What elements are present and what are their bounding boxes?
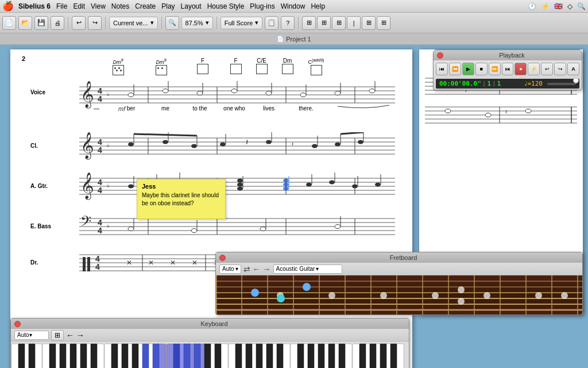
- toolbar-undo-btn[interactable]: ↩: [72, 16, 86, 30]
- lyric-4: to the: [183, 105, 217, 112]
- flag-icon: 🇬🇧: [554, 2, 563, 10]
- svg-rect-237: [29, 344, 35, 368]
- plugins-menu[interactable]: Plug-ins: [250, 2, 274, 10]
- apple-menu[interactable]: 🍎: [2, 1, 14, 12]
- svg-point-189: [432, 292, 439, 299]
- keyboard-close-btn[interactable]: [14, 321, 21, 327]
- score-dropdown[interactable]: Full Score ▾: [220, 17, 263, 29]
- svg-point-43: [191, 144, 197, 148]
- playback-fwd-btn[interactable]: ↪: [554, 63, 566, 75]
- toolbar-extra-3[interactable]: ⊞: [332, 16, 346, 30]
- svg-text:4: 4: [95, 262, 100, 271]
- svg-point-9: [128, 93, 134, 97]
- file-menu[interactable]: File: [56, 2, 67, 10]
- playback-a-btn[interactable]: A: [567, 63, 579, 75]
- playback-time: 00:00'00.0": [439, 80, 481, 87]
- search-icon[interactable]: 🔍: [577, 2, 586, 10]
- toolbar-redo-btn[interactable]: ↪: [88, 16, 102, 30]
- playback-tempo-slider[interactable]: [547, 83, 576, 85]
- fretboard-position-dropdown[interactable]: Auto ▾: [219, 264, 241, 274]
- tempo-slider-thumb[interactable]: [573, 78, 579, 83]
- svg-point-21: [335, 91, 341, 95]
- keyboard-next-btn[interactable]: →: [76, 331, 84, 340]
- main-area: 2 Dm9: [0, 45, 588, 368]
- help-menu[interactable]: Help: [311, 2, 325, 10]
- house-style-menu[interactable]: House Style: [207, 2, 245, 10]
- playback-rewind-btn[interactable]: ⏪: [449, 63, 461, 75]
- fretboard-next-btn[interactable]: →: [263, 264, 271, 274]
- svg-rect-248: [173, 344, 180, 368]
- keyboard-svg[interactable]: [11, 342, 409, 368]
- svg-text:♭: ♭: [107, 91, 110, 97]
- fretboard-instrument-dropdown[interactable]: Acoustic Guitar ▾: [273, 264, 342, 274]
- playback-ff-end-btn[interactable]: ⏭: [502, 63, 514, 75]
- sticky-note[interactable]: Jess Maybe this clarinet line should be …: [137, 179, 226, 219]
- playback-ff-btn[interactable]: ⏩: [489, 63, 501, 75]
- playback-record-btn[interactable]: ●: [514, 63, 527, 75]
- svg-rect-266: [390, 344, 397, 368]
- view-dropdown[interactable]: Current ve... ▾: [109, 17, 158, 29]
- svg-rect-247: [153, 344, 159, 368]
- fretboard-prev-btn[interactable]: ←: [253, 264, 261, 274]
- svg-point-86: [306, 183, 312, 187]
- toolbar-new-btn[interactable]: 📄: [2, 16, 16, 30]
- toolbar-extra-1[interactable]: ⊞: [302, 16, 316, 30]
- chord-dm9-2: Dm9: [140, 57, 183, 75]
- toolbar-extra-5[interactable]: ⊞: [362, 16, 376, 30]
- bass-label: E. Bass: [30, 223, 51, 229]
- svg-point-187: [328, 292, 335, 299]
- playback-beat: 1: [487, 80, 491, 87]
- chord-grid-dm: [282, 64, 293, 74]
- view-dropdown-label: Current ve...: [113, 20, 148, 26]
- svg-point-107: [128, 227, 134, 231]
- keyboard-panel: Keyboard Auto ▾ ⊞ ← →: [10, 318, 409, 368]
- svg-point-158: [485, 113, 491, 117]
- chevron-down-icon: ▾: [150, 19, 154, 26]
- playback-stop-btn[interactable]: ■: [475, 63, 488, 75]
- keyboard-grid-btn[interactable]: ⊞: [51, 330, 64, 340]
- chord-name-2: Dm9: [156, 57, 166, 65]
- playback-close-btn[interactable]: [437, 52, 443, 59]
- app-name-menu[interactable]: Sibelius 6: [18, 2, 51, 10]
- toolbar-zoom-out-btn[interactable]: 🔍: [165, 16, 179, 30]
- toolbar-open-btn[interactable]: 📂: [18, 16, 32, 30]
- svg-point-194: [561, 292, 568, 299]
- keyboard-position-dropdown[interactable]: Auto ▾: [14, 331, 49, 340]
- keyboard-prev-btn[interactable]: ←: [66, 331, 74, 340]
- notes-menu[interactable]: Notes: [111, 2, 129, 10]
- edit-menu[interactable]: Edit: [73, 2, 85, 10]
- svg-text:𝄢: 𝄢: [80, 213, 91, 232]
- svg-text:✕: ✕: [148, 259, 154, 267]
- toolbar-print-btn[interactable]: 🖨: [51, 16, 64, 30]
- toolbar-extra-4[interactable]: |: [347, 16, 361, 30]
- toolbar-extra-6[interactable]: ⊞: [377, 16, 390, 30]
- playback-back-btn[interactable]: ↩: [541, 63, 553, 75]
- svg-point-17: [266, 91, 272, 95]
- layout-menu[interactable]: Layout: [181, 2, 202, 10]
- svg-rect-244: [122, 344, 128, 368]
- fretboard-close-btn[interactable]: [219, 255, 226, 261]
- play-menu[interactable]: Play: [161, 2, 175, 10]
- chord-grid-ce: [256, 64, 268, 74]
- svg-rect-262: [339, 344, 345, 368]
- playback-flash-btn[interactable]: ⚡: [528, 63, 540, 75]
- chord-name-ce: C/E: [257, 57, 266, 64]
- lyric-2: ber: [114, 105, 148, 112]
- fretboard-title: Fretboard: [390, 254, 417, 261]
- playback-play-btn[interactable]: ▶: [462, 63, 474, 75]
- toolbar-score-parts-btn[interactable]: 📋: [265, 16, 278, 30]
- svg-rect-264: [370, 344, 376, 368]
- zoom-dropdown[interactable]: 87.5% ▾: [181, 17, 213, 29]
- window-menu[interactable]: Window: [281, 2, 305, 10]
- svg-point-188: [380, 292, 387, 299]
- voice-label: Voice: [30, 89, 45, 95]
- toolbar-save-btn[interactable]: 💾: [34, 16, 48, 30]
- create-menu[interactable]: Create: [135, 2, 156, 10]
- playback-rewind-start-btn[interactable]: ⏮: [436, 63, 448, 75]
- toolbar-extra-2[interactable]: ⊞: [317, 16, 331, 30]
- sticky-note-text: Maybe this clarinet line should be on ob…: [142, 191, 220, 208]
- view-menu[interactable]: View: [91, 2, 106, 10]
- keyboard-position-label: Auto: [17, 332, 29, 338]
- toolbar-help-btn[interactable]: ?: [281, 16, 295, 30]
- chord-dm: Dm: [274, 57, 300, 74]
